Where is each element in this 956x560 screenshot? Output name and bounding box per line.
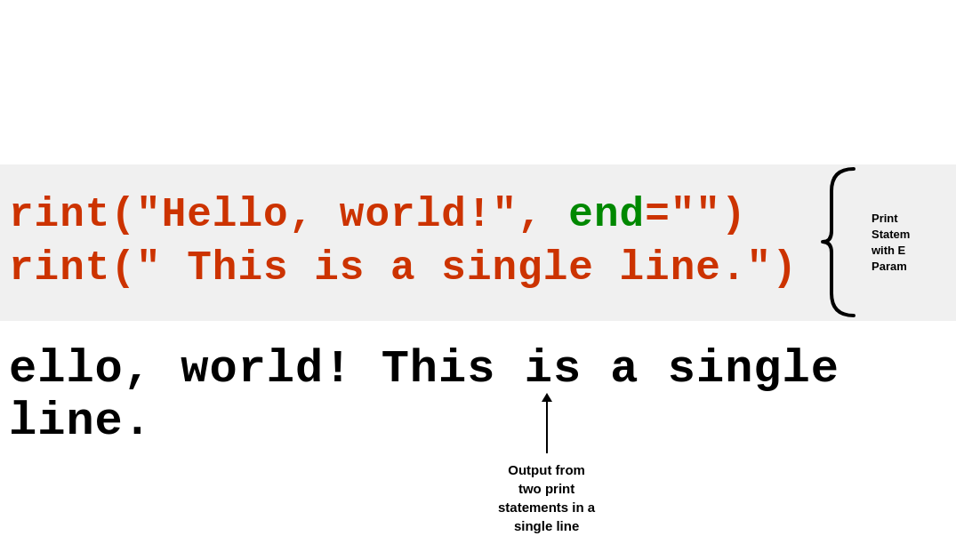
arrow-annotation: Output fromtwo printstatements in asingl…: [498, 400, 595, 535]
code-line-1: rint("Hello, world!", end=""): [0, 189, 956, 243]
code-line-1-suffix: =""): [645, 192, 746, 238]
code-line-2: rint(" This is a single line."): [0, 243, 956, 296]
arrow-line: [546, 400, 548, 453]
arrow-label: Output fromtwo printstatements in asingl…: [498, 460, 595, 535]
code-block: rint("Hello, world!", end="") rint(" Thi…: [0, 164, 956, 321]
code-keyword-end: end: [568, 192, 645, 238]
brace-label: PrintStatemwith EParam: [872, 210, 956, 275]
output-section: ello, world! This is a single line.: [0, 327, 956, 464]
brace-icon: [818, 164, 867, 320]
code-line-2-text: rint(" This is a single line."): [9, 245, 798, 292]
output-text: ello, world! This is a single line.: [9, 343, 956, 448]
code-line-1-prefix: rint("Hello, world!",: [9, 192, 568, 238]
brace-label-text: PrintStatemwith EParam: [872, 211, 910, 273]
brace-annotation: PrintStatemwith EParam: [814, 164, 956, 320]
